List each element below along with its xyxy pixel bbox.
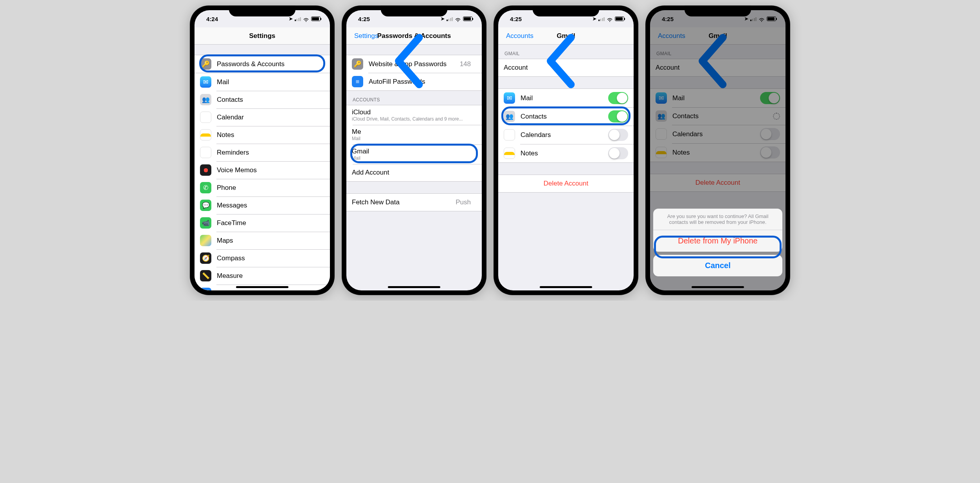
chevron-right-icon — [321, 61, 324, 67]
facetime-icon: 📹 — [200, 217, 211, 229]
location-icon: ➤ — [289, 16, 293, 22]
chevron-right-icon — [473, 61, 476, 67]
delete-from-iphone-button[interactable]: Delete from My iPhone — [653, 230, 782, 252]
cell-reminders[interactable]: Reminders — [195, 144, 330, 161]
toggle-mail[interactable] — [608, 92, 628, 104]
cell-me-account[interactable]: Me Mail — [346, 125, 482, 144]
home-indicator[interactable] — [540, 286, 592, 288]
phone-frame-2: 4:25 ➤ Settings Passwords & Accounts 🔑 W… — [342, 5, 486, 295]
back-button[interactable]: Settings — [346, 32, 378, 40]
reminders-icon — [200, 147, 211, 158]
cell-contacts[interactable]: 👥 Contacts — [195, 91, 330, 108]
notes-icon — [504, 148, 515, 159]
navbar: Accounts Gmail — [498, 27, 634, 45]
cell-fetch-new-data[interactable]: Fetch New Data Push — [346, 194, 482, 211]
chevron-right-icon — [473, 112, 476, 118]
cell-add-account[interactable]: Add Account — [346, 164, 482, 181]
cell-mail[interactable]: ✉︎ Mail — [195, 73, 330, 91]
navbar: Settings Passwords & Accounts — [346, 27, 482, 45]
cell-mail-toggle[interactable]: ✉︎ Mail — [498, 89, 634, 107]
mail-icon: ✉︎ — [200, 76, 211, 88]
location-icon: ➤ — [441, 16, 445, 22]
toggle-calendars[interactable] — [608, 129, 628, 141]
home-indicator[interactable] — [692, 286, 744, 288]
chevron-left-icon — [501, 32, 506, 40]
phone-icon: ✆ — [200, 182, 211, 193]
delete-account-button[interactable]: Delete Account — [498, 175, 634, 192]
cell-voice-memos[interactable]: ⏺ Voice Memos — [195, 161, 330, 179]
cancel-button[interactable]: Cancel — [653, 255, 782, 276]
phone-frame-3: 4:25 ➤ Accounts Gmail GMAIL Account ✉︎ M… — [494, 5, 638, 295]
cell-phone[interactable]: ✆ Phone — [195, 179, 330, 196]
toggle-notes[interactable] — [608, 147, 628, 159]
chevron-right-icon — [321, 168, 324, 173]
cellular-icon — [295, 17, 301, 21]
status-time: 4:25 — [358, 16, 370, 22]
contacts-icon: 👥 — [200, 94, 211, 105]
status-time: 4:24 — [206, 16, 218, 22]
calendar-icon — [504, 129, 515, 141]
phone-frame-4: 4:25 ➤ Accounts Gmail GMAIL Account ✉︎ M… — [645, 5, 790, 295]
compass-icon: 🧭 — [200, 252, 211, 264]
cell-contacts-toggle[interactable]: 👥 Contacts — [498, 107, 634, 126]
toggle-contacts[interactable] — [608, 110, 628, 123]
chevron-right-icon — [321, 203, 324, 208]
notes-icon — [200, 129, 211, 141]
cell-measure[interactable]: 📏 Measure — [195, 267, 330, 285]
contacts-icon: 👥 — [504, 111, 515, 122]
home-indicator[interactable] — [236, 286, 288, 288]
chevron-right-icon — [473, 79, 476, 85]
back-button[interactable]: Accounts — [498, 32, 533, 40]
chevron-right-icon — [473, 200, 476, 205]
messages-icon: 💬 — [200, 200, 211, 211]
chevron-right-icon — [321, 115, 324, 120]
cell-passwords-accounts[interactable]: 🔑 Passwords & Accounts — [195, 55, 330, 73]
status-time: 4:25 — [510, 16, 522, 22]
battery-icon — [615, 16, 624, 21]
phone-frame-1: 4:24 ➤ Settings 🔑 Passwords & Accounts ✉… — [190, 5, 335, 295]
cell-notes-toggle[interactable]: Notes — [498, 144, 634, 162]
chevron-right-icon — [321, 273, 324, 279]
notch — [381, 5, 447, 16]
notch — [533, 5, 599, 16]
chevron-right-icon — [321, 256, 324, 261]
cell-maps[interactable]: Maps — [195, 232, 330, 249]
cellular-icon — [598, 17, 605, 21]
battery-icon — [463, 16, 472, 21]
chevron-right-icon — [321, 132, 324, 138]
wifi-icon — [303, 16, 309, 21]
notch — [229, 5, 295, 16]
wifi-icon — [455, 16, 461, 21]
cell-calendar[interactable]: Calendar — [195, 108, 330, 126]
cell-gmail-account[interactable]: Gmail Mail — [346, 144, 482, 164]
chevron-right-icon — [321, 220, 324, 226]
chevron-left-icon — [349, 32, 354, 40]
chevron-right-icon — [473, 170, 476, 175]
mail-icon: ✉︎ — [504, 92, 515, 104]
home-indicator[interactable] — [388, 286, 440, 288]
cell-icloud-account[interactable]: iCloud iCloud Drive, Mail, Contacts, Cal… — [346, 105, 482, 125]
measure-icon: 📏 — [200, 270, 211, 281]
chevron-right-icon — [321, 238, 324, 243]
sheet-message: Are you sure you want to continue? All G… — [653, 209, 782, 230]
chevron-right-icon — [473, 151, 476, 157]
cell-compass[interactable]: 🧭 Compass — [195, 249, 330, 267]
voice-memos-icon: ⏺ — [200, 164, 211, 176]
action-sheet: Are you sure you want to continue? All G… — [653, 209, 782, 279]
safari-icon: 🧭 — [200, 288, 211, 290]
chevron-right-icon — [321, 185, 324, 191]
location-icon: ➤ — [593, 16, 596, 22]
wifi-icon — [607, 16, 613, 21]
cell-messages[interactable]: 💬 Messages — [195, 196, 330, 214]
cell-calendars-toggle[interactable]: Calendars — [498, 126, 634, 144]
chevron-right-icon — [625, 65, 628, 70]
cell-facetime[interactable]: 📹 FaceTime — [195, 214, 330, 232]
chevron-right-icon — [321, 150, 324, 155]
chevron-right-icon — [321, 97, 324, 103]
cell-notes[interactable]: Notes — [195, 126, 330, 144]
maps-icon — [200, 235, 211, 246]
chevron-right-icon — [321, 79, 324, 85]
battery-icon — [311, 16, 321, 21]
cellular-icon — [447, 17, 453, 21]
navbar: Settings — [195, 27, 330, 45]
